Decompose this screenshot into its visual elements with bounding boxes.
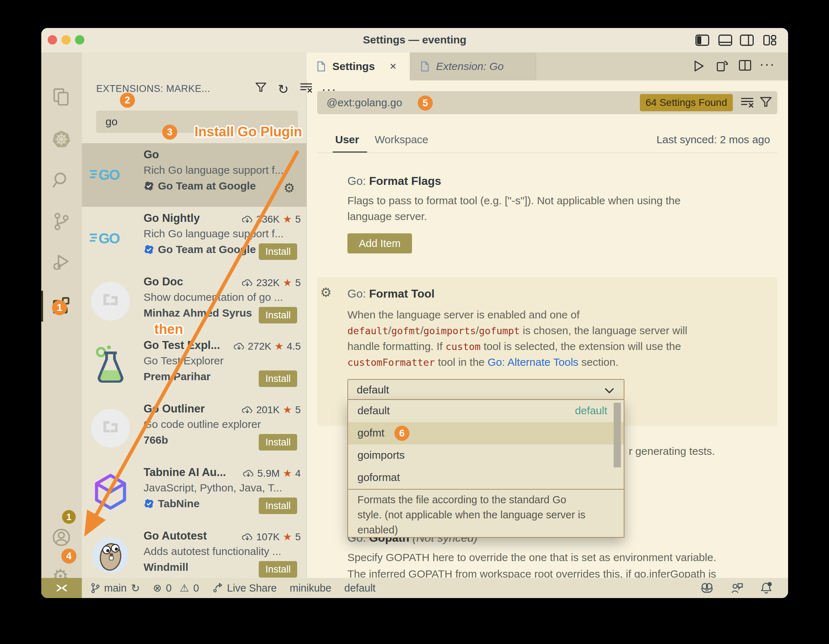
extension-publisher: Windmill: [143, 561, 188, 573]
scope-tab-workspace[interactable]: Workspace: [375, 134, 429, 146]
divider: [348, 489, 624, 489]
account-icon[interactable]: [52, 528, 71, 547]
downloads-icon: [241, 279, 253, 287]
more-editor-actions-icon[interactable]: ···: [760, 57, 774, 70]
extension-description: Go code outline explorer: [143, 418, 301, 431]
vscode-window: Settings — eventing: [41, 28, 788, 598]
copilot-icon[interactable]: [700, 582, 714, 594]
install-button[interactable]: Install: [259, 434, 297, 450]
live-share-status-item[interactable]: Live Share: [212, 582, 277, 594]
setting-description: Flags to pass to format tool (e.g. ["-s"…: [347, 194, 681, 207]
setting-description: handle formatting. If custom tool is sel…: [347, 340, 681, 352]
go-logo-icon: GO: [90, 217, 131, 259]
extension-item-tabnine[interactable]: Tabnine AI Au... 5.9M ★ 4 JavaScript, Py…: [82, 461, 306, 524]
option-description: enabled): [358, 524, 398, 536]
setting-title-format-tool: Go: Format Tool: [347, 287, 435, 300]
customize-layout-icon[interactable]: [763, 34, 777, 46]
extension-name: Go Doc: [143, 275, 183, 288]
window-title: Settings — eventing: [41, 34, 788, 46]
split-editor-icon[interactable]: [739, 60, 753, 73]
rating-star-icon: ★: [283, 213, 292, 225]
alternate-tools-link[interactable]: Go: Alternate Tools: [488, 356, 578, 368]
divider: [317, 153, 777, 153]
clear-settings-search-icon[interactable]: [741, 96, 753, 109]
extension-name: Go Nightly: [143, 212, 200, 225]
file-icon: [317, 61, 326, 72]
format-tool-select[interactable]: default: [347, 379, 624, 400]
run-icon[interactable]: [693, 60, 708, 73]
extension-placeholder-icon: [90, 280, 131, 322]
notifications-bell-icon[interactable]: [760, 582, 772, 595]
filter-settings-icon[interactable]: [760, 96, 772, 109]
annotation-step-1: 1: [52, 300, 67, 315]
annotation-step-2: 2: [120, 93, 135, 108]
extension-stats: 336K ★ 5: [241, 213, 301, 225]
sync-icon[interactable]: ↻: [131, 582, 140, 595]
live-share-icon: [212, 582, 223, 593]
extensions-search-value: go: [106, 115, 117, 128]
extension-publisher: 766b: [143, 434, 168, 446]
manage-extension-gear-icon[interactable]: ⚙: [284, 181, 295, 195]
go-logo-icon: GO: [90, 153, 131, 195]
run-debug-icon[interactable]: [52, 253, 71, 271]
extension-name: Go Autotest: [143, 529, 207, 542]
option-description: style. (not applicable when the language…: [358, 509, 585, 521]
dropdown-option-goformat[interactable]: goformat: [348, 467, 624, 489]
extension-stats: 107K ★ 5: [241, 531, 301, 543]
install-button[interactable]: Install: [259, 497, 297, 514]
title-bar: Settings — eventing: [41, 28, 788, 52]
extension-item-go[interactable]: GO Go Rich Go language support f... Go T…: [82, 143, 306, 207]
remote-indicator[interactable]: [41, 578, 82, 598]
filter-extensions-icon[interactable]: [255, 82, 268, 95]
install-button[interactable]: Install: [259, 307, 297, 324]
setting-gear-icon[interactable]: ⚙: [320, 285, 332, 300]
tab-settings[interactable]: Settings ×: [306, 52, 410, 80]
extension-stats: 5.9M ★ 4: [243, 467, 301, 479]
source-control-icon[interactable]: [52, 212, 71, 231]
kube-context-status-item[interactable]: minikube: [290, 582, 331, 594]
refresh-extensions-icon[interactable]: ↻: [278, 82, 291, 95]
toggle-secondary-sidebar-icon[interactable]: [740, 34, 754, 46]
downloads-icon: [241, 215, 253, 224]
extension-publisher: TabNine: [143, 497, 200, 510]
kube-namespace-status-item[interactable]: default: [344, 582, 375, 594]
settings-search-input[interactable]: @ext:golang.go 64 Settings Found: [317, 91, 777, 114]
default-value-hint: default: [575, 404, 607, 417]
extension-item-go-doc[interactable]: Go Doc 232K ★ 5 Show documentation of go…: [82, 270, 306, 334]
setting-description: default/gofmt/goimports/gofumpt is chose…: [347, 325, 687, 337]
install-button[interactable]: Install: [259, 371, 297, 387]
svg-text:GO: GO: [99, 230, 120, 246]
scope-tab-user[interactable]: User: [335, 134, 359, 146]
extension-item-go-nightly[interactable]: GO Go Nightly 336K ★ 5 Rich Go language …: [82, 207, 306, 270]
extension-item-go-test-explorer[interactable]: Go Test Expl... 272K ★ 4.5 Go Test Explo…: [82, 334, 306, 398]
search-icon[interactable]: [52, 171, 71, 189]
toggle-sidebar-icon[interactable]: [695, 34, 709, 46]
kubernetes-icon[interactable]: [52, 130, 71, 148]
extension-name: Tabnine AI Au...: [143, 466, 226, 479]
extension-item-go-outliner[interactable]: Go Outliner 201K ★ 5 Go code outline exp…: [82, 398, 306, 461]
dropdown-option-goimports[interactable]: goimports: [348, 444, 624, 467]
tab-extension-go[interactable]: Extension: Go: [410, 52, 536, 80]
install-button[interactable]: Install: [259, 561, 297, 578]
extension-publisher: Go Team at Google: [143, 180, 256, 192]
dropdown-option-default[interactable]: default default: [348, 400, 624, 422]
feedback-icon[interactable]: [731, 582, 744, 594]
explorer-icon[interactable]: [52, 88, 71, 106]
svg-text:GO: GO: [99, 167, 120, 183]
clear-extension-search-icon[interactable]: [300, 82, 313, 95]
open-changes-icon[interactable]: [716, 60, 730, 73]
settings-found-badge: 64 Settings Found: [640, 94, 733, 111]
annotation-install-label: Install Go Plugin: [194, 124, 302, 140]
extension-placeholder-icon: [90, 407, 131, 449]
tab-settings-label: Settings: [332, 60, 375, 73]
problems-status-item[interactable]: ⊗ 0 ⚠ 0: [153, 582, 199, 594]
toggle-panel-icon[interactable]: [718, 34, 733, 46]
add-item-button[interactable]: Add Item: [347, 233, 412, 253]
extension-description: JavaScript, Python, Java, T...: [143, 482, 301, 494]
dropdown-option-gofmt[interactable]: gofmt: [348, 422, 624, 444]
dropdown-scrollbar[interactable]: [614, 403, 621, 467]
close-tab-icon[interactable]: ×: [390, 60, 397, 73]
install-button[interactable]: Install: [259, 243, 297, 260]
branch-status-item[interactable]: main ↻: [91, 582, 140, 595]
rating-star-icon: ★: [283, 467, 292, 479]
